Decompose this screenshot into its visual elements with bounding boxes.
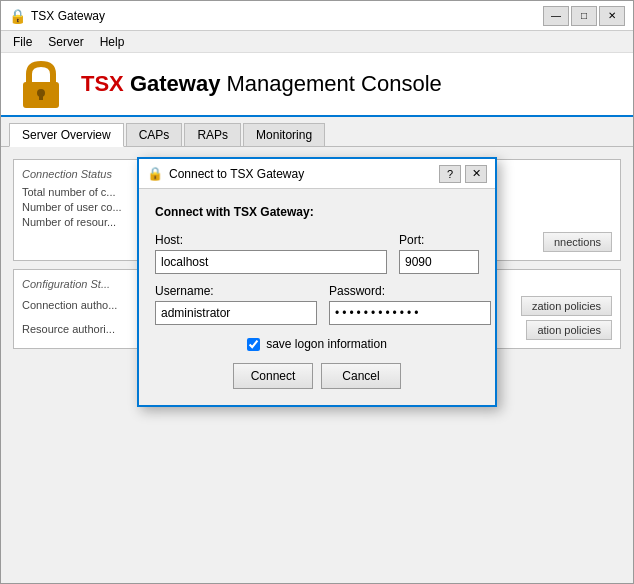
dialog-buttons: Connect Cancel — [155, 363, 479, 389]
connect-button[interactable]: Connect — [233, 363, 313, 389]
app-title: TSX Gateway Management Console — [81, 71, 442, 97]
dialog-title-bar: 🔒 Connect to TSX Gateway ? ✕ — [139, 159, 495, 189]
password-input[interactable] — [329, 301, 491, 325]
main-window: 🔒 TSX Gateway — □ ✕ File Server Help — [0, 0, 634, 584]
title-bar-controls: — □ ✕ — [543, 6, 625, 26]
dialog-lock-icon: 🔒 — [147, 166, 163, 181]
password-label: Password: — [329, 284, 491, 298]
password-group: Password: — [329, 284, 491, 325]
dialog-body: Connect with TSX Gateway: Host: Port: — [139, 189, 495, 405]
menu-file[interactable]: File — [5, 33, 40, 51]
username-group: Username: — [155, 284, 317, 325]
dialog-title: Connect to TSX Gateway — [169, 167, 439, 181]
title-bar: 🔒 TSX Gateway — □ ✕ — [1, 1, 633, 31]
menu-server[interactable]: Server — [40, 33, 91, 51]
host-port-row: Host: Port: — [155, 233, 479, 274]
app-header: TSX Gateway Management Console — [1, 53, 633, 117]
maximize-button[interactable]: □ — [571, 6, 597, 26]
username-password-row: Username: Password: — [155, 284, 479, 325]
tab-caps[interactable]: CAPs — [126, 123, 183, 146]
tabs-area: Server Overview CAPs RAPs Monitoring — [1, 117, 633, 147]
app-title-tsx: TSX — [81, 71, 124, 96]
window-title: TSX Gateway — [31, 9, 543, 23]
app-title-rest: Management Console — [220, 71, 441, 96]
minimize-button[interactable]: — — [543, 6, 569, 26]
app-title-gateway: Gateway — [124, 71, 221, 96]
window-icon: 🔒 — [9, 8, 25, 24]
dialog-title-controls: ? ✕ — [439, 165, 487, 183]
port-input[interactable] — [399, 250, 479, 274]
save-logon-label[interactable]: save logon information — [266, 337, 387, 351]
connect-dialog: 🔒 Connect to TSX Gateway ? ✕ Connect wit… — [137, 157, 497, 407]
port-group: Port: — [399, 233, 479, 274]
close-button[interactable]: ✕ — [599, 6, 625, 26]
tab-monitoring[interactable]: Monitoring — [243, 123, 325, 146]
main-content: Connection Status Total number of c... N… — [1, 147, 633, 583]
host-group: Host: — [155, 233, 387, 274]
menu-help[interactable]: Help — [92, 33, 133, 51]
dialog-overlay: 🔒 Connect to TSX Gateway ? ✕ Connect wit… — [1, 147, 633, 583]
tab-server-overview[interactable]: Server Overview — [9, 123, 124, 147]
tab-raps[interactable]: RAPs — [184, 123, 241, 146]
svg-rect-2 — [39, 93, 43, 100]
username-input[interactable] — [155, 301, 317, 325]
dialog-help-button[interactable]: ? — [439, 165, 461, 183]
host-label: Host: — [155, 233, 387, 247]
host-input[interactable] — [155, 250, 387, 274]
port-label: Port: — [399, 233, 479, 247]
username-label: Username: — [155, 284, 317, 298]
menu-bar: File Server Help — [1, 31, 633, 53]
save-logon-row: save logon information — [155, 337, 479, 351]
save-logon-checkbox[interactable] — [247, 338, 260, 351]
header-lock-icon — [17, 60, 65, 108]
cancel-button[interactable]: Cancel — [321, 363, 401, 389]
dialog-subtitle: Connect with TSX Gateway: — [155, 205, 479, 219]
dialog-close-button[interactable]: ✕ — [465, 165, 487, 183]
